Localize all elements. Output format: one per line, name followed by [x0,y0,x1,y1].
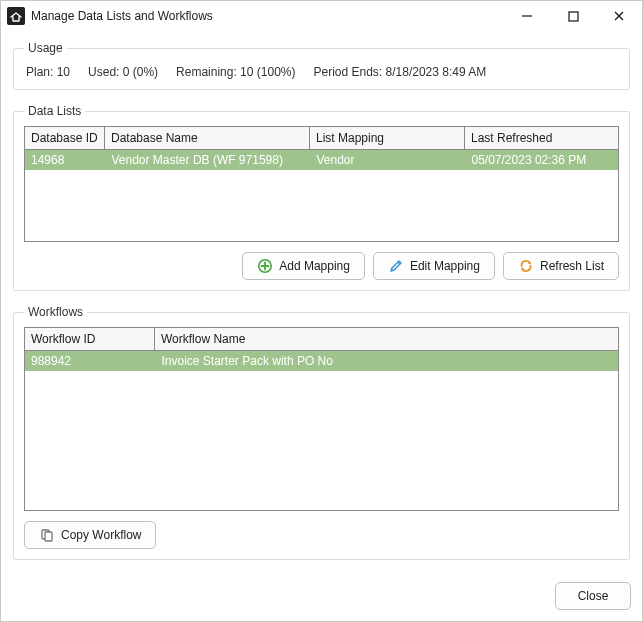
col-database-name[interactable]: Database Name [105,127,310,150]
add-mapping-button[interactable]: Add Mapping [242,252,365,280]
cell-database-name: Vendor Master DB (WF 971598) [105,150,310,170]
cell-list-mapping: Vendor [310,150,465,170]
svg-rect-0 [569,12,578,21]
usage-group: Usage Plan: 10 Used: 0 (0%) Remaining: 1… [13,41,630,90]
close-button[interactable]: Close [555,582,631,610]
cell-workflow-name: Invoice Starter Pack with PO No [155,351,618,371]
title-bar: Manage Data Lists and Workflows [1,1,642,31]
datalists-header-row: Database ID Database Name List Mapping L… [25,127,619,150]
maximize-button[interactable] [550,1,596,31]
close-window-button[interactable] [596,1,642,31]
col-list-mapping[interactable]: List Mapping [310,127,465,150]
usage-period-ends: Period Ends: 8/18/2023 8:49 AM [313,65,486,79]
add-mapping-label: Add Mapping [279,259,350,273]
workflows-table[interactable]: Workflow ID Workflow Name [24,327,619,351]
copy-workflow-label: Copy Workflow [61,528,141,542]
workflows-group: Workflows Workflow ID Workflow Name 9889… [13,305,630,560]
copy-workflow-button[interactable]: Copy Workflow [24,521,156,549]
close-button-label: Close [578,589,609,603]
usage-used: Used: 0 (0%) [88,65,158,79]
refresh-list-button[interactable]: Refresh List [503,252,619,280]
usage-remaining: Remaining: 10 (100%) [176,65,295,79]
col-workflow-id[interactable]: Workflow ID [25,328,155,351]
table-row[interactable]: 988942 Invoice Starter Pack with PO No [25,351,618,371]
datalists-group: Data Lists Database ID Database Name Lis… [13,104,630,291]
refresh-icon [518,258,534,274]
usage-legend: Usage [24,41,67,55]
datalists-table[interactable]: Database ID Database Name List Mapping L… [24,126,619,150]
usage-plan: Plan: 10 [26,65,70,79]
pencil-icon [388,258,404,274]
datalists-legend: Data Lists [24,104,85,118]
edit-mapping-button[interactable]: Edit Mapping [373,252,495,280]
minimize-button[interactable] [504,1,550,31]
cell-last-refreshed: 05/07/2023 02:36 PM [465,150,618,170]
col-last-refreshed[interactable]: Last Refreshed [465,127,619,150]
workflows-header-row: Workflow ID Workflow Name [25,328,619,351]
cell-workflow-id: 988942 [25,351,155,371]
app-icon [7,7,25,25]
edit-mapping-label: Edit Mapping [410,259,480,273]
plus-circle-icon [257,258,273,274]
svg-rect-3 [45,532,52,541]
col-database-id[interactable]: Database ID [25,127,105,150]
refresh-list-label: Refresh List [540,259,604,273]
window-title: Manage Data Lists and Workflows [31,9,504,23]
workflows-legend: Workflows [24,305,87,319]
copy-icon [39,527,55,543]
table-row[interactable]: 14968 Vendor Master DB (WF 971598) Vendo… [25,150,618,170]
col-workflow-name[interactable]: Workflow Name [155,328,619,351]
cell-database-id: 14968 [25,150,105,170]
